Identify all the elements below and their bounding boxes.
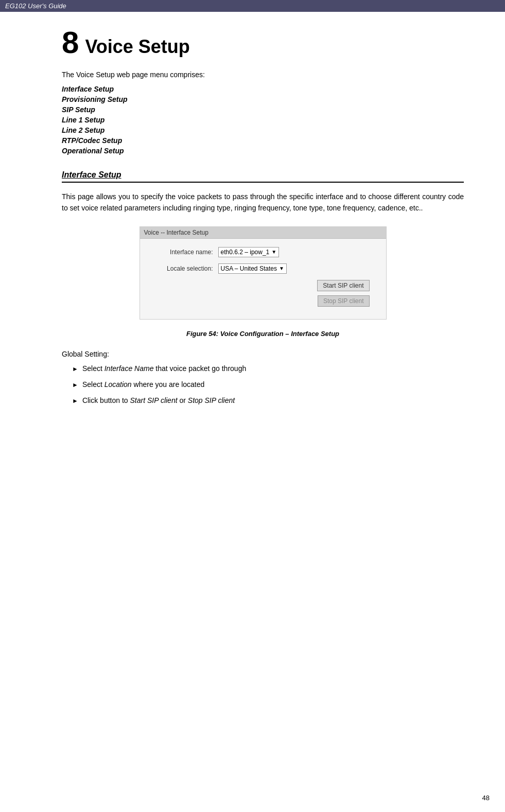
menu-item-rtp-codec-setup: RTP/Codec Setup	[62, 136, 464, 145]
bullet-text-2: Select Location where you are located	[82, 379, 204, 390]
section-heading: Interface Setup	[62, 170, 464, 183]
menu-item-provisioning-setup: Provisioning Setup	[62, 95, 464, 103]
section-description: This page allows you to specify the voic…	[62, 191, 464, 214]
start-sip-italic: Start SIP client	[130, 396, 178, 404]
interface-name-dropdown-arrow: ▼	[271, 249, 276, 255]
bullet-arrow-1: ►	[72, 364, 78, 374]
bullet-list: ► Select Interface Name that voice packe…	[62, 363, 464, 406]
interface-name-italic: Interface Name	[105, 364, 154, 373]
menu-item-operational-setup: Operational Setup	[62, 147, 464, 155]
interface-name-value: eth0.6.2 – ipow_1	[221, 249, 270, 256]
interface-name-row: Interface name: eth0.6.2 – ipow_1 ▼	[146, 247, 380, 257]
top-bar-label: EG102 User's Guide	[5, 2, 66, 10]
menu-item-line2-setup: Line 2 Setup	[62, 126, 464, 134]
global-setting-title: Global Setting:	[62, 350, 464, 358]
bullet-arrow-2: ►	[72, 380, 78, 390]
locale-dropdown-arrow: ▼	[279, 266, 284, 271]
ui-mockup-title: Voice -- Interface Setup	[140, 227, 386, 239]
bullet-text-1: Select Interface Name that voice packet …	[82, 363, 246, 374]
location-italic: Location	[105, 380, 132, 389]
locale-selection-row: Locale selection: USA – United States ▼	[146, 263, 380, 274]
locale-selection-value: USA – United States	[221, 265, 277, 272]
menu-item-sip-setup: SIP Setup	[62, 105, 464, 114]
locale-selection-select[interactable]: USA – United States ▼	[218, 263, 287, 274]
stop-sip-italic: Stop SIP client	[188, 396, 235, 404]
ui-mockup-panel: Voice -- Interface Setup Interface name:…	[140, 226, 387, 320]
chapter-number: 8	[62, 27, 79, 58]
bullet-item-interface-name: ► Select Interface Name that voice packe…	[72, 363, 464, 374]
intro-text: The Voice Setup web page menu comprises:	[62, 70, 464, 79]
start-sip-button[interactable]: Start SIP client	[317, 280, 369, 291]
start-sip-button-row: Start SIP client	[146, 280, 370, 291]
bullet-item-location: ► Select Location where you are located	[72, 379, 464, 390]
menu-item-interface-setup: Interface Setup	[62, 85, 464, 93]
stop-sip-button-row: Stop SIP client	[146, 295, 370, 307]
menu-item-line1-setup: Line 1 Setup	[62, 116, 464, 124]
figure-caption: Figure 54: Voice Configuration – Interfa…	[62, 330, 464, 338]
bullet-arrow-3: ►	[72, 396, 78, 405]
locale-selection-label: Locale selection:	[146, 265, 218, 272]
bullet-text-3: Click button to Start SIP client or Stop…	[82, 395, 235, 406]
chapter-heading: 8 Voice Setup	[62, 27, 464, 58]
bullet-item-sip-buttons: ► Click button to Start SIP client or St…	[72, 395, 464, 406]
page-number: 48	[482, 794, 490, 802]
interface-name-select[interactable]: eth0.6.2 – ipow_1 ▼	[218, 247, 280, 257]
chapter-title: Voice Setup	[85, 36, 189, 58]
stop-sip-button[interactable]: Stop SIP client	[318, 295, 370, 307]
interface-name-label: Interface name:	[146, 249, 218, 256]
menu-list: Interface Setup Provisioning Setup SIP S…	[62, 85, 464, 155]
top-bar: EG102 User's Guide	[0, 0, 505, 12]
